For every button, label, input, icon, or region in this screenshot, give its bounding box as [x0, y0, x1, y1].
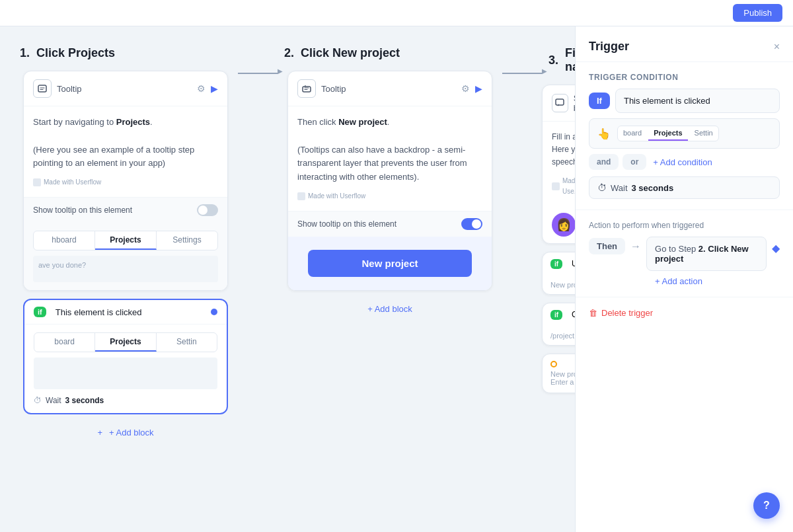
step-3-title: Fill in na...: [565, 46, 575, 74]
publish-button[interactable]: Publish: [733, 4, 782, 22]
user-fills-if-badge: if: [550, 259, 562, 269]
svg-rect-0: [38, 85, 46, 92]
panel-wait-text: Wait: [611, 183, 628, 193]
tooltip-content: Start by navigating to Projects. (Here y…: [24, 106, 227, 197]
help-button[interactable]: ?: [753, 492, 780, 519]
canvas-area: 1. Click Projects Tooltip: [0, 26, 575, 532]
current-header: if Current...: [543, 303, 575, 326]
arrow-1-2: [238, 46, 278, 74]
delete-label: Delete trigger: [601, 308, 653, 318]
avatar-area: 👩: [543, 206, 575, 243]
mini-nav-settin: Settin: [689, 126, 718, 141]
delete-trigger[interactable]: 🗑 Delete trigger: [576, 297, 793, 328]
arrow-line-1: [238, 73, 278, 74]
step2-add-block-label: + Add block: [367, 304, 412, 314]
add-condition-label: + Add condition: [653, 157, 712, 167]
element-preview-box: 👆 board Projects Settin: [589, 118, 780, 149]
diamond-icon[interactable]: ◆: [772, 242, 780, 254]
user-fills-preview: New proje...: [543, 276, 575, 294]
step-2-title: Click New project: [301, 46, 400, 60]
then-row: Then → Go to Step 2. Click New project ◆: [589, 237, 780, 271]
toggle-switch[interactable]: [197, 204, 218, 216]
user-fills-header: if User fills...: [543, 252, 575, 276]
step2-gear-icon[interactable]: ⚙: [461, 83, 470, 94]
step2-tooltip-content: Then click New project. (Tooltips can al…: [288, 106, 492, 211]
add-block-plus: +: [97, 428, 102, 437]
or-button[interactable]: or: [623, 154, 646, 170]
tooltip-controls: ⚙ ▶: [197, 83, 218, 94]
step-1-tooltip-block: Tooltip ⚙ ▶ Start by navigating to Proje…: [23, 71, 228, 291]
user-fills-label: User fills...: [572, 259, 575, 268]
current-label: Current...: [572, 310, 575, 319]
radio-preview: New proje...Enter a na...: [543, 354, 575, 393]
tooltip-header-left: Tooltip: [33, 79, 82, 98]
step3-speech-label: Speech b...: [574, 93, 575, 113]
mini-nav-board: board: [618, 126, 647, 141]
trigger-dot: [211, 309, 217, 315]
step3-current-block: if Current... /project...: [542, 303, 575, 346]
made-with-icon: [33, 178, 41, 186]
step-1-add-block[interactable]: + + Add block: [97, 422, 153, 443]
gear-icon[interactable]: ⚙: [197, 83, 206, 94]
radio-btn: [550, 361, 557, 367]
step2-toggle[interactable]: [461, 218, 482, 230]
panel-clock-icon: ⏱: [597, 182, 607, 193]
wait-text: Wait: [46, 396, 61, 405]
tooltip-label: Tooltip: [57, 84, 82, 94]
trigger-condition-section: Trigger condition If This element is cli…: [576, 62, 793, 210]
placeholder-text: ave you done?: [33, 256, 218, 274]
avatar: 👩: [552, 213, 575, 237]
and-or-row: and or + Add condition: [589, 154, 780, 170]
step3-speech-block: Speech b... Fill in a Name... Here you s…: [542, 85, 575, 244]
trigger-text: This element is clicked: [56, 307, 142, 317]
tooltip-block-header: Tooltip ⚙ ▶: [24, 71, 227, 106]
step2-made-with: Made with Userflow: [297, 191, 482, 202]
step3-radio-block: New proje...Enter a na...: [542, 354, 575, 393]
step-1-column: 1. Click Projects Tooltip: [13, 46, 238, 443]
trigger-preview: board Projects Settin ⏱ Wait 3 seconds: [24, 324, 227, 413]
step3-made-with: Made with Use...: [552, 176, 575, 197]
condition-text-box: This element is clicked: [615, 89, 780, 113]
step-2-column: 2. Click New project Tooltip: [278, 46, 502, 319]
trigger-nav-preview: board Projects Settin: [34, 332, 217, 352]
step3-speech-header-left: Speech b...: [552, 93, 575, 113]
step2-toggle-row: Show tooltip on this element: [288, 211, 492, 237]
step3-speech-content: Fill in a Name... Here you see... speech…: [543, 122, 575, 206]
panel-wait-seconds: 3 seconds: [632, 183, 674, 193]
step2-tooltip-icon: [297, 79, 316, 98]
current-preview: /project...: [543, 326, 575, 345]
add-action-label: + Add action: [655, 276, 702, 286]
trigger-text-area: [34, 358, 217, 389]
trigger-nav-board: board: [34, 333, 95, 352]
add-condition[interactable]: + Add condition: [653, 157, 712, 167]
then-button[interactable]: Then: [589, 238, 625, 254]
mini-nav: board Projects Settin: [617, 126, 719, 141]
current-if-badge: if: [550, 310, 562, 320]
step2-tooltip-header: Tooltip ⚙ ▶: [288, 71, 492, 106]
arrow-2-3: [502, 46, 542, 74]
play-icon[interactable]: ▶: [211, 83, 218, 94]
cursor-icon: 👆: [597, 128, 611, 140]
nav-preview: hboard Projects Settings: [33, 231, 218, 250]
step2-tooltip-header-left: Tooltip: [297, 79, 346, 98]
step-2-header: 2. Click New project: [278, 46, 400, 60]
element-preview: hboard Projects Settings ave you done?: [24, 223, 227, 290]
close-button[interactable]: ×: [774, 41, 780, 53]
add-action[interactable]: + Add action: [655, 276, 780, 286]
nav-item-projects: Projects: [95, 231, 157, 250]
step2-made-with-icon: [297, 192, 305, 200]
step-2-add-block[interactable]: + Add block: [367, 299, 412, 319]
if-button[interactable]: If: [589, 93, 610, 109]
step2-element-preview: New project: [288, 237, 492, 290]
step-3-column: 3. Fill in na... Speech b...: [542, 46, 575, 401]
action-goto-text: Go to Step: [655, 244, 696, 254]
wait-seconds: 3 seconds: [65, 396, 104, 405]
new-project-preview: New project: [308, 250, 472, 277]
nav-item-settings: Settings: [157, 231, 217, 250]
step3-speech-header: Speech b...: [543, 85, 575, 122]
step3-user-fills-block: if User fills... New proje...: [542, 252, 575, 295]
step-1-trigger-block[interactable]: if This element is clicked board Project…: [23, 299, 228, 414]
nav-item-dashboard: hboard: [34, 231, 95, 250]
and-button[interactable]: and: [589, 154, 619, 170]
step2-play-icon[interactable]: ▶: [475, 83, 482, 94]
